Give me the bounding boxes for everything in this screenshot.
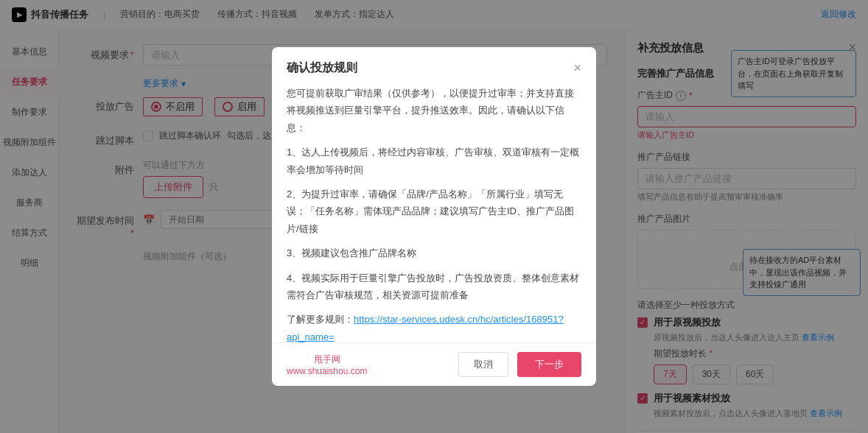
modal-close-icon[interactable]: × [573, 60, 581, 76]
modal-footer: 甩手网 www.shuaishou.com 取消 下一步 [272, 342, 596, 386]
modal-body-line2: 1、达人上传视频后，将经过内容审核、广告审核、双道审核有一定概率会增加等待时间 [287, 144, 581, 178]
modal-body-line5: 4、视频实际用于巨量引擎广告投放时，广告投放资质、整体创意素材需符合广告审核规范… [287, 270, 581, 304]
modal-body-line1: 您可提前获取广审结果（仅供参考），以便提升过审率；并支持直接将视频推送到巨量引擎… [287, 85, 581, 136]
modal-body-line6: 了解更多规则：https://star-services.udesk.cn/hc… [287, 311, 581, 342]
modal-body: 您可提前获取广审结果（仅供参考），以便提升过审率；并支持直接将视频推送到巨量引擎… [272, 85, 596, 342]
modal-body-line3: 2、为提升过审率，请确保「品牌/产品名称」「所属行业」填写无误；「任务名称」需体… [287, 186, 581, 237]
modal-next-btn[interactable]: 下一步 [517, 352, 581, 377]
modal-cancel-btn[interactable]: 取消 [458, 352, 508, 377]
modal-overlay[interactable]: 确认投放规则 × 您可提前获取广审结果（仅供参考），以便提升过审率；并支持直接将… [0, 0, 868, 433]
modal-brand: 甩手网 www.shuaishou.com [287, 353, 367, 376]
modal-title: 确认投放规则 [287, 60, 357, 76]
modal-footer-buttons: 取消 下一步 [458, 352, 581, 377]
confirm-modal: 确认投放规则 × 您可提前获取广审结果（仅供参考），以便提升过审率；并支持直接将… [272, 47, 596, 386]
modal-header: 确认投放规则 × [272, 47, 596, 85]
modal-body-line4: 3、视频建议包含推广品牌名称 [287, 244, 581, 261]
